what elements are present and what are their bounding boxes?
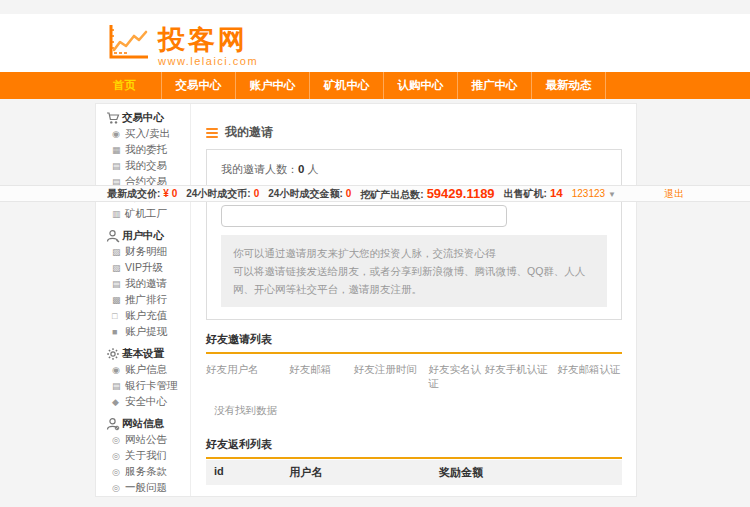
terms-icon: ◎ — [112, 468, 125, 477]
factory-icon: ▥ — [112, 210, 125, 219]
cart-icon — [106, 111, 122, 125]
invite-count-label: 我的邀请人数： — [221, 163, 298, 175]
vip-icon: ▧ — [112, 264, 125, 273]
nav-item[interactable]: 首页 — [88, 72, 162, 99]
sidebar-item[interactable]: ▨财务明细 — [96, 244, 190, 260]
sidebar-section-title: 基本设置 — [122, 347, 164, 361]
username-dropdown[interactable]: 123123▼ — [572, 188, 616, 199]
faq-icon: ◎ — [112, 484, 125, 493]
site-header: 投客网 www.lelaici.com — [0, 14, 750, 72]
notice-icon: ◎ — [112, 436, 125, 445]
rebate-table-column-header: 用户名 — [289, 465, 439, 480]
sidebar-item[interactable]: □账户充值 — [96, 308, 190, 324]
ticker-stat-label: 出售矿机: — [504, 188, 547, 199]
invite-table-column-header: 好友实名认证 — [429, 363, 485, 391]
rebate-table-header: id用户名奖励金额 — [206, 460, 622, 485]
sidebar-item-label: 银行卡管理 — [125, 379, 178, 393]
deposit-icon: □ — [112, 312, 125, 321]
sidebar-item[interactable]: ◎服务条款 — [96, 464, 190, 480]
nav-item[interactable]: 账户中心 — [236, 72, 310, 99]
nav-item[interactable]: 最新动态 — [532, 72, 606, 99]
invite-count-line: 我的邀请人数：0 人 — [221, 162, 607, 177]
sidebar-section-header: 用户中心 — [96, 227, 190, 244]
security-icon: ◆ — [112, 398, 125, 407]
sidebar-item[interactable]: ◆安全中心 — [96, 394, 190, 410]
nav-item[interactable]: 交易中心 — [162, 72, 236, 99]
invite-icon: ▤ — [112, 280, 125, 289]
page-title-row: 我的邀请 — [206, 124, 622, 141]
ticker-stat: 挖矿产出总数:59429.1189 — [360, 186, 494, 202]
invite-tip-line: 你可以通过邀请朋友来扩大您的投资人脉，交流投资心得 — [233, 244, 595, 262]
rebate-table-column-header: 奖励金额 — [439, 465, 622, 480]
sidebar-item-label: 买入/卖出 — [125, 127, 170, 141]
invite-table-title: 好友邀请列表 — [206, 332, 622, 354]
gear-icon — [106, 347, 122, 361]
coin-icon: ◉ — [112, 130, 125, 139]
sidebar: 交易中心◉买入/卖出▦我的委托▤我的交易▤合约交易▣我的矿机▥矿机工厂用户中心▨… — [96, 104, 191, 496]
main-nav: 首页交易中心账户中心矿机中心认购中心推广中心最新动态 — [0, 72, 750, 99]
chart-logo-icon — [106, 23, 150, 67]
stats-ticker: 最新成交价:¥ 024小时成交币:024小时成交金额:0挖矿产出总数:59429… — [0, 185, 750, 202]
sidebar-item-label: 一般问题 — [125, 481, 167, 495]
ticker-stat-label: 24小时成交币: — [186, 188, 250, 199]
sidebar-item-label: 安全中心 — [125, 395, 167, 409]
sidebar-item[interactable]: ▤我的交易 — [96, 158, 190, 174]
sidebar-item[interactable]: ■账户提现 — [96, 324, 190, 340]
profile-icon: ◉ — [112, 366, 125, 375]
sidebar-item[interactable]: ▤银行卡管理 — [96, 378, 190, 394]
sidebar-item[interactable]: ▩推广排行 — [96, 292, 190, 308]
sidebar-item-label: VIP升级 — [125, 261, 163, 275]
invite-tips: 你可以通过邀请朋友来扩大您的投资人脉，交流投资心得 可以将邀请链接发送给朋友，或… — [221, 235, 607, 307]
rebate-table-title: 好友返利列表 — [206, 437, 622, 459]
sidebar-item-label: 账户充值 — [125, 309, 167, 323]
invite-tip-line: 可以将邀请链接发送给朋友，或者分享到新浪微博、腾讯微博、QQ群、人人网、开心网等… — [233, 262, 595, 298]
ticker-stat-value: ¥ 0 — [163, 188, 177, 199]
nav-item[interactable]: 矿机中心 — [310, 72, 384, 99]
logout-link[interactable]: 退出 — [664, 187, 684, 201]
bankcard-icon: ▤ — [112, 382, 125, 391]
invite-table-empty-row: 没有找到数据 — [206, 397, 622, 425]
finance-icon: ▨ — [112, 248, 125, 257]
sidebar-section-title: 用户中心 — [122, 229, 164, 243]
caret-down-icon: ▼ — [608, 190, 616, 199]
site-logo[interactable]: 投客网 www.lelaici.com — [106, 23, 258, 67]
sidebar-item-label: 账户信息 — [125, 363, 167, 377]
ticker-stat-label: 24小时成交金额: — [268, 188, 342, 199]
sidebar-item[interactable]: ▦我的委托 — [96, 142, 190, 158]
sidebar-section-header: 基本设置 — [96, 345, 190, 362]
nav-item[interactable]: 认购中心 — [384, 72, 458, 99]
sidebar-item-label: 我的邀请 — [125, 277, 167, 291]
sidebar-section-header: 网站信息 — [96, 415, 190, 432]
ticker-stat-value: 59429.1189 — [427, 186, 495, 201]
sidebar-item[interactable]: ◎关于我们 — [96, 448, 190, 464]
sidebar-item[interactable]: ▧VIP升级 — [96, 260, 190, 276]
invite-table-header: 好友用户名好友邮箱好友注册时间好友实名认证好友手机认证好友邮箱认证 — [206, 354, 622, 397]
ticker-stat-label: 挖矿产出总数: — [360, 189, 423, 200]
invite-count-unit: 人 — [307, 163, 318, 175]
order-icon: ▦ — [112, 146, 125, 155]
menu-icon — [206, 128, 218, 138]
sidebar-item-label: 推广排行 — [125, 293, 167, 307]
invite-table-column-header: 好友注册时间 — [354, 363, 429, 391]
sidebar-item[interactable]: ▤我的邀请 — [96, 276, 190, 292]
sidebar-item[interactable]: ◎网站公告 — [96, 432, 190, 448]
ticker-stat-value: 0 — [346, 188, 352, 199]
about-icon: ◎ — [112, 452, 125, 461]
invite-table-column-header: 好友用户名 — [206, 363, 289, 391]
sidebar-section-title: 交易中心 — [122, 111, 164, 125]
main-content: 我的邀请 我的邀请人数：0 人 我的邀请链接 你可以通过邀请朋友来扩大您的投资人… — [192, 104, 636, 496]
page-title: 我的邀请 — [225, 124, 273, 141]
invite-count-value: 0 — [298, 163, 304, 175]
username-label: 123123 — [572, 188, 605, 199]
sidebar-item[interactable]: ◉账户信息 — [96, 362, 190, 378]
withdraw-icon: ■ — [112, 328, 125, 337]
nav-item[interactable]: 推广中心 — [458, 72, 532, 99]
sidebar-item[interactable]: ◎一般问题 — [96, 480, 190, 496]
invite-panel: 我的邀请人数：0 人 我的邀请链接 你可以通过邀请朋友来扩大您的投资人脉，交流投… — [206, 149, 622, 320]
sidebar-item-label: 矿机工厂 — [125, 207, 167, 221]
invite-link-input[interactable] — [221, 205, 507, 227]
ticker-stat: 出售矿机:14 — [504, 187, 563, 201]
sidebar-item[interactable]: ▥矿机工厂 — [96, 206, 190, 222]
sidebar-item[interactable]: ◉买入/卖出 — [96, 126, 190, 142]
invite-table-column-header: 好友邮箱认证 — [557, 363, 621, 391]
